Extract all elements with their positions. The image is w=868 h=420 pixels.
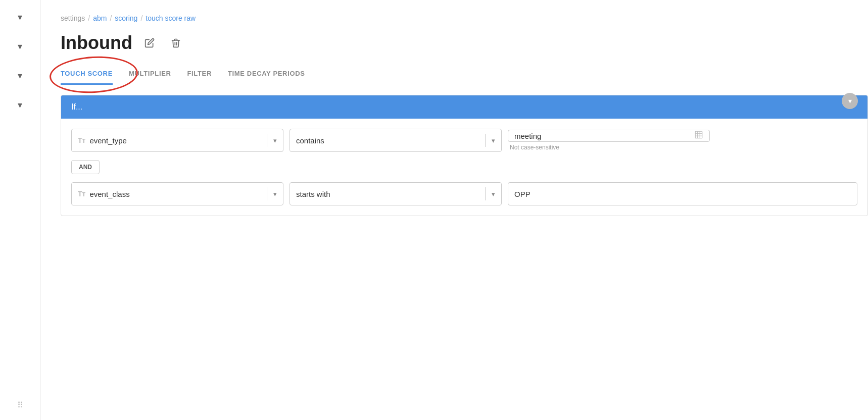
operator-selector-2[interactable]: starts with ▾: [290, 182, 502, 205]
breadcrumb-sep-2: /: [110, 14, 112, 22]
value-selector-2[interactable]: OPP: [508, 182, 857, 205]
content-area: ▾ If... Tт event_type ▾: [40, 85, 868, 420]
tab-touch-score[interactable]: TOUCH SCORE: [61, 64, 113, 85]
if-header: If...: [61, 95, 867, 119]
breadcrumb: settings / abm / scoring / touch score r…: [40, 0, 868, 28]
collapse-icon: ▾: [848, 97, 852, 105]
breadcrumb-current: touch score raw: [146, 14, 196, 22]
divider-1: [267, 134, 267, 147]
sidebar: ▾ ▾ ▾ ▾ ⠿: [0, 0, 40, 420]
divider-2: [485, 134, 486, 147]
case-sensitive-note: Not case-sensitive: [508, 144, 710, 151]
value-label: meeting: [514, 132, 690, 140]
and-button[interactable]: AND: [71, 160, 100, 174]
value-selector-1[interactable]: meeting: [508, 130, 710, 142]
field-selector-1[interactable]: Tт event_type ▾: [71, 129, 283, 152]
tab-filter[interactable]: FILTER: [187, 64, 212, 85]
svg-rect-0: [695, 131, 702, 138]
field-dropdown-arrow: ▾: [273, 137, 277, 144]
breadcrumb-sep-3: /: [140, 14, 142, 22]
page-title: Inbound: [61, 32, 132, 54]
divider-3: [267, 187, 267, 200]
field-type-icon: Tт: [78, 136, 85, 144]
divider-4: [485, 187, 486, 200]
tab-touch-score-wrapper: TOUCH SCORE: [61, 64, 113, 85]
tab-time-decay[interactable]: TIME DECAY PERIODS: [228, 64, 305, 85]
tabs-container: TOUCH SCORE MULTIPLIER FILTER TIME DECAY…: [40, 64, 868, 85]
breadcrumb-scoring[interactable]: scoring: [115, 14, 137, 22]
tab-multiplier[interactable]: MULTIPLIER: [129, 64, 171, 85]
operator-label: contains: [296, 136, 479, 145]
page-header: Inbound: [40, 28, 868, 64]
breadcrumb-abm[interactable]: abm: [93, 14, 107, 22]
operator-dropdown-arrow: ▾: [492, 137, 495, 144]
sidebar-chevron-2[interactable]: ▾: [13, 39, 27, 54]
drag-handle: ⠿: [17, 400, 23, 410]
operator-label-2: starts with: [296, 190, 479, 198]
collapse-button[interactable]: ▾: [842, 93, 858, 109]
delete-button[interactable]: [167, 34, 185, 52]
field-selector-2[interactable]: Tт event_class ▾: [71, 182, 283, 205]
field-name-label-2: event_class: [89, 190, 261, 198]
field-name-label: event_type: [89, 136, 261, 145]
sidebar-chevron-3[interactable]: ▾: [13, 69, 27, 83]
condition-row-2: Tт event_class ▾ starts with ▾: [71, 182, 857, 205]
breadcrumb-settings: settings: [61, 14, 85, 22]
value-column-1: meeting: [508, 130, 710, 151]
main-content: settings / abm / scoring / touch score r…: [40, 0, 868, 420]
operator-dropdown-arrow-2: ▾: [492, 190, 495, 198]
breadcrumb-sep-1: /: [88, 14, 90, 22]
sidebar-chevron-1[interactable]: ▾: [13, 10, 27, 24]
field-type-icon-2: Tт: [78, 190, 85, 198]
condition-row-1: Tт event_type ▾ contains ▾: [71, 129, 857, 152]
if-panel: If... Tт event_type ▾ contains: [61, 95, 868, 216]
field-dropdown-arrow-2: ▾: [273, 190, 277, 198]
operator-selector-1[interactable]: contains ▾: [290, 129, 502, 152]
sidebar-chevron-4[interactable]: ▾: [13, 98, 27, 112]
value-table-icon: [694, 130, 703, 141]
if-body: Tт event_type ▾ contains ▾: [61, 119, 867, 216]
edit-button[interactable]: [140, 34, 159, 52]
value-label-2: OPP: [514, 190, 851, 198]
